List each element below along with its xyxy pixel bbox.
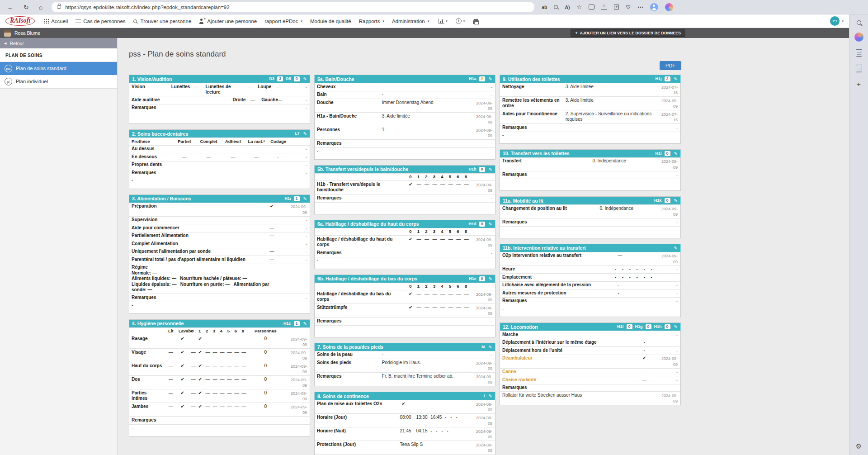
edit-icon[interactable]: ✎ <box>303 76 307 81</box>
nav-label: Accueil <box>51 19 68 24</box>
back-icon[interactable]: ← <box>7 4 14 10</box>
row-label: Parties intimes <box>129 389 165 403</box>
sidebar-app-icon-2[interactable] <box>856 65 862 72</box>
edit-icon[interactable]: ✎ <box>489 276 492 281</box>
back-button[interactable]: ◀ Retour <box>0 38 117 48</box>
chart-icon <box>439 19 444 24</box>
refresh-icon[interactable]: ↻ <box>24 4 29 10</box>
value-cell: — <box>221 146 245 153</box>
edit-icon[interactable]: ✎ <box>303 196 307 201</box>
edit-icon[interactable]: ✎ <box>303 321 307 326</box>
column-header: 6 <box>454 174 462 181</box>
browser-essentials-icon[interactable]: ♡ <box>626 4 631 10</box>
nav-label: Cas de personnes <box>83 19 125 24</box>
edit-icon[interactable]: ✎ <box>674 246 678 251</box>
split-screen-icon[interactable] <box>589 5 594 9</box>
value-cell: - <box>268 146 288 153</box>
raisoft-logo[interactable]: RAIsoft <box>5 16 35 26</box>
value-cell: - <box>633 331 655 339</box>
profile-avatar[interactable] <box>650 3 658 11</box>
table-row: Propres dents- <box>129 161 310 169</box>
table-row: Cheveux-- <box>315 83 495 91</box>
favorite-star-icon[interactable]: ☆ <box>577 4 582 10</box>
value-cell: — <box>196 146 222 153</box>
table-row: RemarquesFr. B. macht ihre Termine selbe… <box>315 372 495 386</box>
value-cell: ✔ <box>176 362 189 375</box>
table-row: Personnes12024-09-09 <box>315 126 495 139</box>
value-cell: - <box>612 266 619 274</box>
table-row: Remarques- <box>315 194 495 202</box>
edit-icon[interactable]: ✎ <box>489 76 492 81</box>
value-cell: - <box>648 274 655 281</box>
nav-item-trouver-une-personne[interactable]: Trouver une personne <box>133 19 192 24</box>
nav-item-accueil[interactable]: Accueil <box>44 19 68 24</box>
table-row: Remarques- <box>129 294 310 302</box>
card-header: 9. Utilisation des toilettesH1j2✎ <box>500 75 680 83</box>
value-cell: - <box>453 414 459 427</box>
add-data-link-button[interactable]: + AJOUTER UN LIEN VERS LE DOSSIER DE DON… <box>571 29 685 37</box>
chart-menu[interactable]: ▾ <box>439 19 448 24</box>
home-icon[interactable]: ⌂ <box>39 4 42 10</box>
translate-icon[interactable]: ab <box>542 5 547 10</box>
pdf-button[interactable]: PDF <box>660 61 681 70</box>
zoom-icon[interactable] <box>554 5 558 9</box>
sidebar-item-plan-individuel[interactable]: piPlan individuel <box>0 75 117 88</box>
sidebar-item-plan-de-soins-standard[interactable]: pssPlan de soins standard <box>0 62 117 75</box>
table-row: Déambulateur✔2024-09-09 <box>500 355 680 368</box>
url-bar[interactable]: https://qsys-epdoklite.raisoft.ch/index.… <box>52 2 534 12</box>
sidebar-copilot-icon[interactable] <box>854 33 863 42</box>
patient-name: Rosa Blume <box>14 30 40 36</box>
more-options-icon[interactable]: ⋯ <box>637 4 643 10</box>
care-card: 2. Soins bucco-dentairesL7✎ProthèseParti… <box>129 129 310 189</box>
value-cell: 0. Indépendance <box>597 205 655 218</box>
value-cell: — <box>462 236 470 249</box>
sidebar-add-icon[interactable]: + <box>857 80 861 88</box>
column-header: 1 <box>196 328 203 335</box>
edit-icon[interactable]: ✎ <box>674 151 678 156</box>
nav-item-rapport-epdoc[interactable]: rapport ePDoc▾ <box>264 19 302 24</box>
edge-sidebar: + ⚙ <box>849 14 868 455</box>
row-label: Déplacement à l'intérieur sur le même ét… <box>500 339 633 347</box>
column-header <box>129 328 165 335</box>
edit-icon[interactable]: ✎ <box>489 345 492 350</box>
nav-item-rapports[interactable]: Rapports▾ <box>359 19 384 24</box>
settings-gear-icon[interactable]: ⚙ <box>856 442 862 450</box>
column-header: 3 <box>430 228 439 236</box>
card-title: 6a. Habillage / déshabillage du haut du … <box>317 221 466 227</box>
read-aloud-icon[interactable]: A) <box>565 5 570 10</box>
date-cell: - <box>288 153 310 161</box>
nav-item-ajouter-une-personne[interactable]: Ajouter une personne <box>199 19 257 24</box>
row-label: Remarques <box>500 298 655 305</box>
copilot-icon[interactable] <box>665 3 673 11</box>
value-cell: — <box>454 290 462 303</box>
row-label: Complet Alimentation <box>129 240 259 248</box>
edit-icon[interactable]: ✎ <box>489 167 492 172</box>
chevron-down-icon: ▾ <box>446 19 448 23</box>
nav-item-administration[interactable]: Administration▾ <box>392 19 429 24</box>
value-cell: — <box>414 304 422 317</box>
count-badge: 0 <box>479 222 485 227</box>
value-cell: — <box>239 376 246 389</box>
date-cell: 2024-09-09 <box>655 392 680 405</box>
edit-icon[interactable]: ✎ <box>489 393 492 398</box>
code-badge: H1f <box>617 324 624 329</box>
info-menu[interactable]: ▾ <box>456 18 465 24</box>
edit-icon[interactable]: ✎ <box>489 222 492 227</box>
edit-icon[interactable]: ✎ <box>674 198 678 203</box>
value-cell: — <box>272 83 284 96</box>
favorites-icon[interactable] <box>601 5 607 9</box>
value-cell: — <box>454 304 462 317</box>
value-cell: 0 <box>246 362 284 375</box>
edit-icon[interactable]: ✎ <box>674 76 678 81</box>
sidebar-app-icon-1[interactable] <box>856 49 862 57</box>
edit-icon[interactable]: ✎ <box>674 324 678 329</box>
row-label: Parentéral total / pas d'apport alimenta… <box>129 256 259 264</box>
nav-item-module-de-qualite[interactable]: Module de qualité <box>310 19 351 24</box>
print-button[interactable] <box>473 19 479 24</box>
collections-icon[interactable] <box>614 5 619 9</box>
sidebar-search-icon[interactable] <box>857 20 861 25</box>
edit-icon[interactable]: ✎ <box>303 131 307 136</box>
user-menu[interactable]: PT ▾ <box>830 16 844 26</box>
nav-item-cas-de-personnes[interactable]: Cas de personnes <box>75 19 125 24</box>
card-header: 3. Alimentation / BoissonsH1i1✎ <box>129 195 310 203</box>
